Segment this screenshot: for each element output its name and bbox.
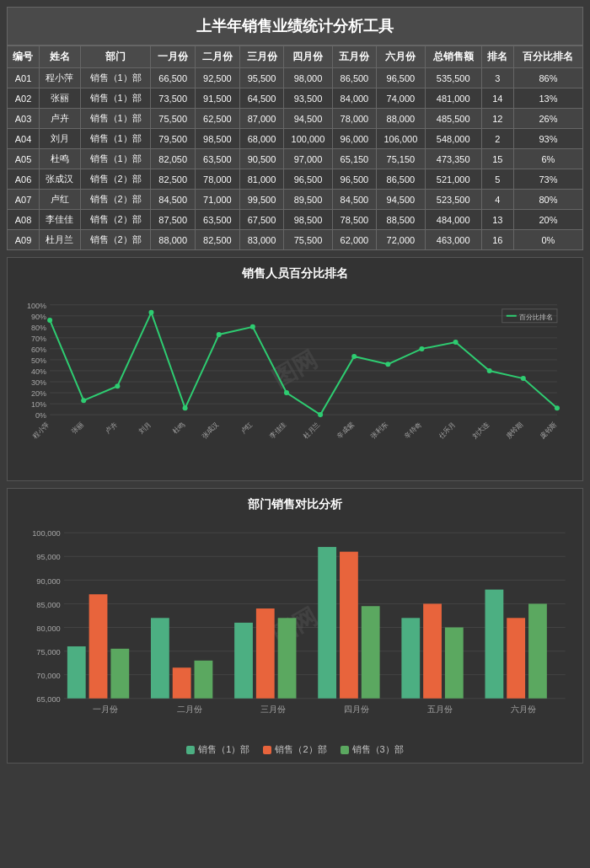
svg-text:五月份: 五月份 bbox=[427, 705, 453, 714]
column-header: 四月份 bbox=[284, 46, 332, 68]
svg-rect-73 bbox=[67, 646, 86, 699]
svg-text:一月份: 一月份 bbox=[93, 705, 118, 714]
svg-rect-90 bbox=[423, 603, 442, 698]
table-cell: 84,500 bbox=[332, 190, 377, 210]
svg-text:90%: 90% bbox=[31, 313, 46, 321]
legend-label-dept1: 销售（1）部 bbox=[198, 743, 249, 756]
svg-text:卢卉: 卢卉 bbox=[104, 421, 119, 436]
table-cell: 李佳佳 bbox=[39, 210, 80, 230]
table-cell: 16 bbox=[481, 230, 513, 250]
table-cell: 106,000 bbox=[377, 129, 425, 149]
svg-point-22 bbox=[47, 318, 52, 323]
table-cell: 84,000 bbox=[332, 88, 377, 109]
column-header: 二月份 bbox=[196, 46, 240, 68]
svg-rect-85 bbox=[318, 547, 336, 699]
table-cell: 523,500 bbox=[425, 190, 481, 210]
table-cell: 86,500 bbox=[377, 169, 425, 190]
line-chart-container: 100%90%80%70%60%50%40%30%20%10%0%程小萍张丽卢卉… bbox=[16, 288, 574, 474]
sales-table: 编号姓名部门一月份二月份三月份四月份五月份六月份总销售额排名百分比排名 A01程… bbox=[7, 46, 583, 250]
legend-dept2: 销售（2）部 bbox=[263, 743, 326, 756]
table-cell: 62,500 bbox=[196, 109, 240, 129]
svg-rect-74 bbox=[89, 594, 108, 699]
table-cell: 64,500 bbox=[239, 88, 284, 109]
svg-text:40%: 40% bbox=[31, 367, 46, 376]
table-row: A09杜月兰销售（2）部88,00082,50083,00075,50062,0… bbox=[8, 230, 583, 250]
table-cell: 63,500 bbox=[196, 210, 240, 230]
table-cell: 481,000 bbox=[425, 88, 481, 109]
table-cell: 89,500 bbox=[284, 190, 332, 210]
table-cell: 4 bbox=[481, 190, 513, 210]
svg-text:70,000: 70,000 bbox=[36, 672, 60, 680]
svg-text:程小萍: 程小萍 bbox=[31, 421, 51, 440]
table-cell: 75,500 bbox=[284, 230, 332, 250]
table-cell: 销售（2）部 bbox=[80, 169, 150, 190]
table-cell: 74,000 bbox=[377, 88, 425, 109]
svg-rect-81 bbox=[234, 623, 253, 699]
svg-rect-82 bbox=[256, 608, 275, 699]
table-cell: 62,000 bbox=[332, 230, 377, 250]
column-header: 百分比排名 bbox=[513, 46, 582, 68]
svg-rect-93 bbox=[485, 590, 503, 699]
table-cell: 销售（2）部 bbox=[80, 190, 150, 210]
table-cell: 65,150 bbox=[332, 149, 377, 169]
page-title: 上半年销售业绩统计分析工具 bbox=[7, 7, 583, 46]
table-cell: 98,000 bbox=[284, 68, 332, 88]
svg-rect-86 bbox=[340, 552, 358, 699]
table-cell: A01 bbox=[8, 68, 40, 88]
svg-text:辛成紫: 辛成紫 bbox=[335, 421, 355, 440]
table-cell: 15 bbox=[481, 149, 513, 169]
table-cell: 97,000 bbox=[284, 149, 332, 169]
table-row: A05杜鸣销售（1）部82,05063,50090,50097,00065,15… bbox=[8, 149, 583, 169]
column-header: 五月份 bbox=[332, 46, 377, 68]
svg-text:80%: 80% bbox=[31, 324, 46, 332]
table-cell: 93,500 bbox=[284, 88, 332, 109]
table-cell: 68,000 bbox=[239, 129, 284, 149]
table-cell: 67,500 bbox=[239, 210, 284, 230]
table-cell: 75,150 bbox=[377, 149, 425, 169]
column-header: 六月份 bbox=[377, 46, 425, 68]
table-row: A06张成汉销售（2）部82,50078,00081,00096,50096,5… bbox=[8, 169, 583, 190]
table-cell: 78,000 bbox=[332, 109, 377, 129]
svg-point-26 bbox=[183, 405, 188, 410]
table-cell: 87,000 bbox=[239, 109, 284, 129]
column-header: 部门 bbox=[80, 46, 150, 68]
table-cell: 刘月 bbox=[39, 129, 80, 149]
table-cell: 96,000 bbox=[332, 129, 377, 149]
svg-point-29 bbox=[284, 390, 289, 395]
table-cell: A08 bbox=[8, 210, 40, 230]
table-cell: 81,000 bbox=[239, 169, 284, 190]
table-cell: 销售（2）部 bbox=[80, 230, 150, 250]
table-cell: 20% bbox=[513, 210, 582, 230]
svg-point-24 bbox=[115, 383, 120, 388]
table-cell: A04 bbox=[8, 129, 40, 149]
svg-point-30 bbox=[318, 412, 323, 417]
svg-text:张利东: 张利东 bbox=[369, 421, 389, 440]
table-cell: 99,500 bbox=[239, 190, 284, 210]
svg-point-36 bbox=[521, 376, 526, 381]
legend-dot-dept3 bbox=[341, 746, 349, 754]
column-header: 一月份 bbox=[151, 46, 196, 68]
svg-point-31 bbox=[351, 354, 357, 359]
table-cell: 98,500 bbox=[284, 210, 332, 230]
svg-point-32 bbox=[385, 362, 390, 367]
table-cell: 86,500 bbox=[332, 68, 377, 88]
table-cell: 75,500 bbox=[151, 109, 196, 129]
svg-rect-77 bbox=[151, 618, 169, 698]
table-cell: 92,500 bbox=[196, 68, 240, 88]
svg-text:三月份: 三月份 bbox=[260, 705, 286, 714]
table-cell: 82,050 bbox=[151, 149, 196, 169]
table-section: 上半年销售业绩统计分析工具 编号姓名部门一月份二月份三月份四月份五月份六月份总销… bbox=[0, 0, 590, 250]
svg-rect-94 bbox=[507, 618, 525, 698]
table-cell: 473,350 bbox=[425, 149, 481, 169]
table-row: A01程小萍销售（1）部66,50092,50095,50098,00086,5… bbox=[8, 68, 583, 88]
bar-chart-title: 部门销售对比分析 bbox=[16, 497, 574, 512]
table-cell: A07 bbox=[8, 190, 40, 210]
svg-text:庞铃斯: 庞铃斯 bbox=[539, 421, 558, 440]
bar-chart-svg: 100,00095,00090,00085,00080,00075,00070,… bbox=[16, 519, 574, 738]
legend-label-dept2: 销售（2）部 bbox=[275, 743, 326, 756]
table-cell: 485,500 bbox=[425, 109, 481, 129]
svg-text:75,000: 75,000 bbox=[36, 648, 60, 656]
table-cell: 86% bbox=[513, 68, 582, 88]
table-cell: 484,000 bbox=[425, 210, 481, 230]
svg-point-33 bbox=[419, 346, 424, 351]
